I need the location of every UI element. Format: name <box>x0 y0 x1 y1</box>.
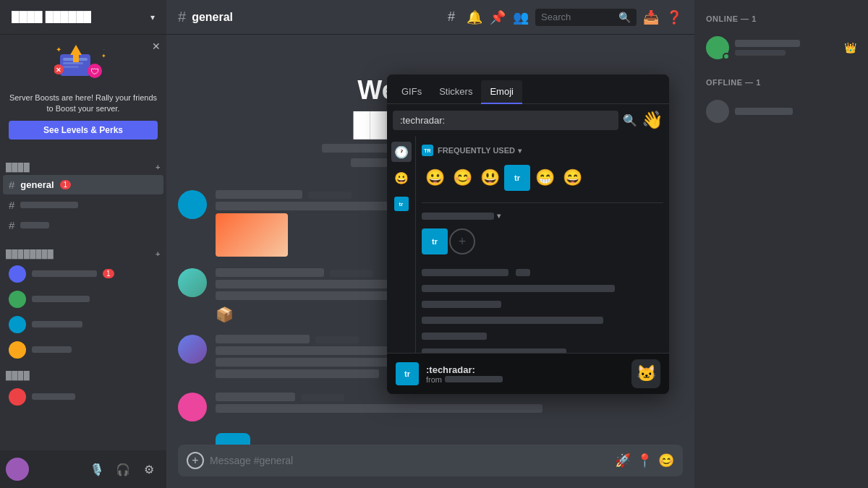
channel-name-blur-4 <box>32 296 90 302</box>
emoji-picker[interactable]: GIFs Stickers Emoji 🔍 👋 🕐 😀 <box>387 74 669 394</box>
messages-area[interactable]: Welcome to ████ █████ <box>166 35 694 445</box>
members-sidebar: ONLINE — 1 👑 OFFLINE — 1 <box>694 0 868 488</box>
gifs-tab[interactable]: GIFs <box>393 80 430 104</box>
search-icon: 🔍 <box>618 12 631 23</box>
server-source-blur <box>445 376 503 382</box>
channel-category-2[interactable]: ████████ + <box>0 241 166 261</box>
message-avatar-4 <box>178 393 207 421</box>
category-label-3-row: ████ <box>0 365 166 384</box>
stickers-tab[interactable]: Stickers <box>430 80 481 104</box>
bottom-controls: 🎙️ 🎧 ⚙ <box>85 458 161 481</box>
boost-banner: ✕ ✕ 🛡 ✦ <box>0 35 166 148</box>
settings-icon[interactable]: ⚙ <box>137 458 161 481</box>
emoji-search-row: 🔍 👋 <box>387 104 669 136</box>
channel-item-7[interactable] <box>3 385 163 409</box>
message-input-area: + Message #general 🚀 📍 😊 <box>166 445 694 488</box>
channel-item-3[interactable]: 1 <box>3 262 163 286</box>
channel-hash-icon-3: # <box>9 219 14 231</box>
server-name: ████ ██████ <box>12 11 91 23</box>
recent-emoji-sidebar-icon[interactable]: 🕐 <box>391 142 412 162</box>
channel-sidebar: ████ ██████ ▾ ✕ ✕ <box>0 0 166 488</box>
member-item-online-1[interactable]: 👑 <box>700 32 862 64</box>
pin-icon[interactable]: 📌 <box>489 9 506 26</box>
channel-item-1[interactable]: # <box>3 195 163 215</box>
message-username-2 <box>216 268 324 277</box>
emoji-main-area: tr FREQUENTLY USED ▾ 😀 😊 😃 tr <box>416 136 669 353</box>
inbox-icon[interactable]: 📥 <box>642 9 660 26</box>
rocket-icon[interactable]: 🚀 <box>615 453 631 468</box>
tr-sidebar-icon[interactable]: tr <box>391 194 412 214</box>
smileys-sidebar-icon[interactable]: 😀 <box>391 168 412 188</box>
help-icon[interactable]: ❓ <box>665 9 683 26</box>
channel-name-blur-5 <box>32 321 82 328</box>
channel-item-2[interactable]: # <box>3 215 163 235</box>
emoji-input-icon[interactable]: 😊 <box>658 453 674 468</box>
headphone-icon[interactable]: 🎧 <box>111 458 135 481</box>
category-label-2: ████████ <box>6 249 54 258</box>
notification-icon[interactable]: 🔔 <box>466 9 483 26</box>
user-avatar-bottom <box>6 458 29 481</box>
add-channel-icon[interactable]: + <box>156 163 161 171</box>
see-levels-perks-button[interactable]: See Levels & Perks <box>9 121 158 140</box>
svg-text:🛡: 🛡 <box>90 67 99 77</box>
emoji-preview-info: :techradar: from <box>426 364 624 384</box>
add-channel-icon-2[interactable]: + <box>156 249 161 258</box>
channel-item-general[interactable]: # general 1 <box>3 175 163 194</box>
emoji-wave-button[interactable]: 👋 <box>642 110 663 130</box>
emoji-item-3[interactable]: 😃 <box>477 165 503 191</box>
emoji-from-label: from <box>426 375 442 384</box>
close-icon[interactable]: ✕ <box>152 40 161 52</box>
channel-item-4[interactable] <box>3 287 163 312</box>
emoji-sidebar: 🕐 😀 tr <box>387 136 416 353</box>
emoji-section-2 <box>422 266 663 279</box>
message-image-1 <box>216 213 288 257</box>
emoji-search-input[interactable] <box>393 111 618 130</box>
input-right-icons: 🚀 📍 😊 <box>615 453 674 468</box>
server-emoji-dropdown[interactable]: ▾ <box>422 212 501 220</box>
message-time-4 <box>301 394 344 401</box>
sidebar-header[interactable]: ████ ██████ ▾ <box>0 0 166 35</box>
user-avatar-small-4 <box>9 341 26 359</box>
message-input-placeholder[interactable]: Message #general <box>210 455 609 466</box>
hash-icon-topbar[interactable]: # <box>443 9 460 26</box>
member-avatar-1 <box>706 36 729 59</box>
search-bar[interactable]: Search 🔍 <box>535 9 637 26</box>
emoji-section-4 <box>422 330 663 343</box>
channel-category-1[interactable]: ████ + <box>0 154 166 174</box>
message-avatar-1 <box>178 190 207 219</box>
emoji-item-5[interactable]: 😄 <box>559 165 585 191</box>
location-icon[interactable]: 📍 <box>637 453 652 468</box>
attach-button[interactable]: + <box>187 452 204 469</box>
crown-icon: 👑 <box>844 42 856 53</box>
emoji-tr-custom[interactable]: tr <box>504 165 530 191</box>
category-label: ████ <box>6 163 30 171</box>
member-name-blur-1 <box>735 40 800 47</box>
emoji-section-server: ▾ <box>422 209 663 223</box>
emoji-item-1[interactable]: 😀 <box>422 165 448 191</box>
emoji-item-4[interactable]: 😁 <box>532 165 558 191</box>
channel-item-6[interactable] <box>3 338 163 362</box>
emoji-custom-tr-1[interactable]: tr <box>422 228 448 254</box>
channel-item-5[interactable] <box>3 312 163 337</box>
emoji-section-frequently-used: tr FREQUENTLY USED ▾ <box>422 142 663 159</box>
emoji-item-2[interactable]: 😊 <box>449 165 475 191</box>
svg-text:·: · <box>103 47 105 51</box>
emoji-section-dropdown[interactable]: FREQUENTLY USED ▾ <box>438 146 522 155</box>
emoji-preview-source: from <box>426 375 624 384</box>
channel-general-label: general <box>20 179 54 190</box>
channel-name-blur-7 <box>32 393 75 400</box>
message-time-3 <box>315 336 359 343</box>
emoji-add-button[interactable]: + <box>449 228 475 254</box>
emoji-section-3 <box>422 298 663 311</box>
emoji-section-divider <box>422 202 663 203</box>
message-username-1 <box>216 190 302 199</box>
member-item-offline-1[interactable] <box>700 95 862 127</box>
emoji-grid-frequent: 😀 😊 😃 tr 😁 😄 <box>422 165 663 191</box>
emoji-tab[interactable]: Emoji <box>481 80 522 104</box>
microphone-icon[interactable]: 🎙️ <box>85 458 109 481</box>
message-avatar-spacer <box>178 430 207 445</box>
message-time-1 <box>308 192 352 199</box>
message-input-box: + Message #general 🚀 📍 😊 <box>178 445 683 476</box>
members-icon[interactable]: 👥 <box>512 9 529 26</box>
message-text-blur-3 <box>216 291 402 300</box>
